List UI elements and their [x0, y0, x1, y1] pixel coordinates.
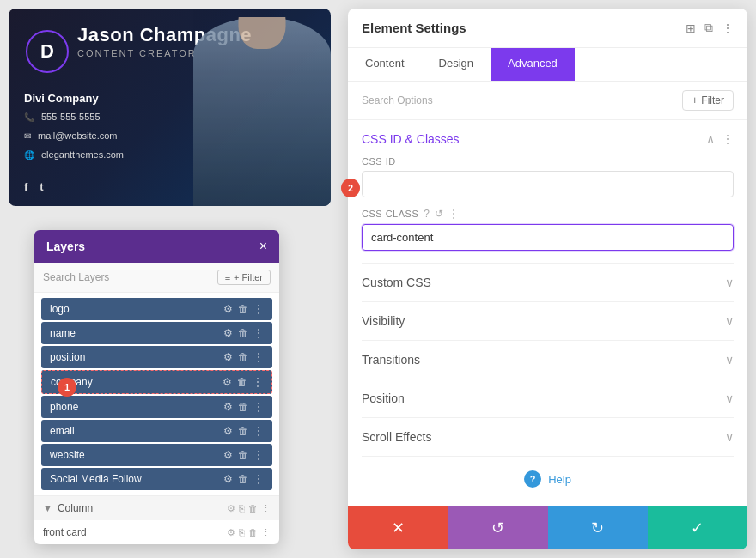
- section-css-header[interactable]: CSS ID & Classes ∧ ⋮: [362, 132, 734, 146]
- card-phone-row: 📞 555-555-5555: [24, 112, 101, 122]
- person-head: [239, 17, 286, 49]
- section-scroll-effects: Scroll Effects ∨: [362, 418, 734, 457]
- list-item[interactable]: phone ⚙ 🗑 ⋮: [41, 396, 272, 418]
- list-item[interactable]: Social Media Follow ⚙ 🗑 ⋮: [41, 468, 272, 490]
- layer-trash-icon-company[interactable]: 🗑: [237, 376, 247, 388]
- settings-header: Element Settings ⊞ ⧉ ⋮: [348, 9, 747, 48]
- chevron-down-icon-custom: ∨: [725, 276, 734, 289]
- layer-gear-icon-name[interactable]: ⚙: [223, 327, 233, 339]
- layer-menu-icon-name[interactable]: ⋮: [253, 327, 264, 339]
- layers-search-text: Search Layers: [43, 271, 109, 283]
- phone-icon: 📞: [24, 112, 34, 122]
- layer-menu-icon-email[interactable]: ⋮: [253, 425, 264, 437]
- layer-trash-icon-logo[interactable]: 🗑: [238, 303, 248, 315]
- filter-icon: ≡: [225, 272, 230, 282]
- layer-name-logo: logo: [50, 303, 223, 315]
- css-class-help-icon[interactable]: ?: [424, 208, 430, 220]
- layer-name-website: website: [50, 449, 223, 461]
- layers-filter-button[interactable]: ≡ + Filter: [217, 270, 271, 285]
- column-row: ▼ Column ⚙ ⎘ 🗑 ⋮: [34, 495, 279, 520]
- header-more-icon[interactable]: ⋮: [722, 21, 734, 35]
- section-position-header[interactable]: Position ∨: [362, 391, 734, 405]
- list-item[interactable]: position ⚙ 🗑 ⋮: [41, 346, 272, 368]
- layer-trash-icon-email[interactable]: 🗑: [238, 425, 248, 437]
- chevron-down-icon-position: ∨: [725, 391, 734, 405]
- layer-trash-icon-website[interactable]: 🗑: [238, 449, 248, 461]
- list-item[interactable]: name ⚙ 🗑 ⋮: [41, 322, 272, 344]
- section-scroll-effects-header[interactable]: Scroll Effects ∨: [362, 430, 734, 444]
- help-question-icon: ?: [524, 470, 541, 488]
- css-id-input[interactable]: [362, 171, 734, 197]
- front-card-gear-icon[interactable]: ⚙: [227, 527, 235, 538]
- layer-name-position: position: [50, 351, 223, 363]
- settings-body: CSS ID & Classes ∧ ⋮ CSS ID CSS Class ? …: [348, 120, 747, 506]
- list-item[interactable]: company ⚙ 🗑 ⋮: [41, 370, 272, 394]
- section-transitions-title: Transitions: [362, 353, 420, 367]
- column-gear-icon[interactable]: ⚙: [227, 503, 235, 514]
- logo-letter: D: [40, 40, 54, 63]
- layer-trash-icon-social[interactable]: 🗑: [238, 473, 248, 485]
- chevron-down-icon-scroll: ∨: [725, 430, 734, 444]
- css-class-input[interactable]: [362, 224, 734, 251]
- settings-filter-button[interactable]: + Filter: [682, 90, 734, 111]
- layers-close-button[interactable]: ×: [259, 239, 267, 254]
- section-css-title: CSS ID & Classes: [362, 132, 460, 146]
- settings-title: Element Settings: [362, 21, 466, 35]
- layer-actions-company: ⚙ 🗑 ⋮: [223, 376, 263, 388]
- tabs-bar: Content Design Advanced: [348, 48, 747, 82]
- layer-menu-icon-social[interactable]: ⋮: [253, 473, 264, 485]
- front-card-trash-icon[interactable]: 🗑: [248, 527, 258, 537]
- chevron-up-icon: ∧: [706, 132, 715, 146]
- column-menu-icon[interactable]: ⋮: [261, 503, 271, 514]
- header-expand-icon[interactable]: ⊞: [686, 21, 696, 35]
- undo-button[interactable]: ↺: [448, 506, 547, 549]
- section-menu-icon[interactable]: ⋮: [722, 132, 734, 146]
- layer-trash-icon-phone[interactable]: 🗑: [238, 401, 248, 413]
- column-copy-icon[interactable]: ⎘: [239, 503, 245, 513]
- layer-menu-icon-logo[interactable]: ⋮: [253, 303, 264, 315]
- expand-icon[interactable]: ▼: [43, 503, 52, 513]
- section-visibility-header[interactable]: Visibility ∨: [362, 314, 734, 328]
- layer-gear-icon-email[interactable]: ⚙: [223, 425, 233, 437]
- help-text[interactable]: Help: [548, 473, 571, 486]
- css-id-field-group: CSS ID: [362, 156, 734, 197]
- column-trash-icon[interactable]: 🗑: [248, 503, 258, 513]
- header-icons: ⊞ ⧉ ⋮: [686, 21, 734, 35]
- layer-menu-icon-company[interactable]: ⋮: [253, 376, 263, 388]
- card-email: mail@website.com: [38, 130, 117, 141]
- layer-trash-icon-position[interactable]: 🗑: [238, 351, 248, 363]
- layer-menu-icon-website[interactable]: ⋮: [253, 449, 264, 461]
- list-item[interactable]: website ⚙ 🗑 ⋮: [41, 444, 272, 466]
- layer-gear-icon-website[interactable]: ⚙: [223, 449, 233, 461]
- cancel-button[interactable]: ✕: [348, 506, 448, 549]
- tab-content[interactable]: Content: [348, 48, 422, 81]
- layer-menu-icon-position[interactable]: ⋮: [253, 351, 264, 363]
- layer-gear-icon-social[interactable]: ⚙: [223, 473, 233, 485]
- list-item[interactable]: logo ⚙ 🗑 ⋮: [41, 298, 272, 320]
- redo-button[interactable]: ↻: [548, 506, 648, 549]
- layer-actions-social: ⚙ 🗑 ⋮: [223, 473, 264, 485]
- layer-gear-icon-phone[interactable]: ⚙: [223, 401, 233, 413]
- css-class-undo-icon[interactable]: ↺: [435, 208, 443, 220]
- column-label: Column: [58, 502, 227, 514]
- header-columns-icon[interactable]: ⧉: [704, 21, 713, 35]
- tab-advanced[interactable]: Advanced: [491, 48, 575, 81]
- section-visibility-title: Visibility: [362, 314, 405, 328]
- section-transitions-header[interactable]: Transitions ∨: [362, 353, 734, 367]
- layer-menu-icon-phone[interactable]: ⋮: [253, 401, 264, 413]
- tab-design[interactable]: Design: [422, 48, 491, 81]
- css-class-menu-icon[interactable]: ⋮: [448, 208, 459, 220]
- layer-gear-icon-position[interactable]: ⚙: [223, 351, 233, 363]
- section-custom-css-title: Custom CSS: [362, 276, 431, 289]
- css-class-label-row: CSS Class ? ↺ ⋮: [362, 208, 734, 220]
- layer-trash-icon-name[interactable]: 🗑: [238, 327, 248, 339]
- layer-gear-icon-logo[interactable]: ⚙: [223, 303, 233, 315]
- front-card-menu-icon[interactable]: ⋮: [261, 527, 271, 538]
- save-button[interactable]: ✓: [648, 506, 747, 549]
- list-item[interactable]: email ⚙ 🗑 ⋮: [41, 420, 272, 442]
- layer-gear-icon-company[interactable]: ⚙: [223, 376, 232, 388]
- section-custom-css-header[interactable]: Custom CSS ∨: [362, 276, 734, 289]
- settings-footer: ✕ ↺ ↻ ✓: [348, 506, 747, 549]
- layer-actions-phone: ⚙ 🗑 ⋮: [223, 401, 264, 413]
- front-card-copy-icon[interactable]: ⎘: [239, 527, 245, 537]
